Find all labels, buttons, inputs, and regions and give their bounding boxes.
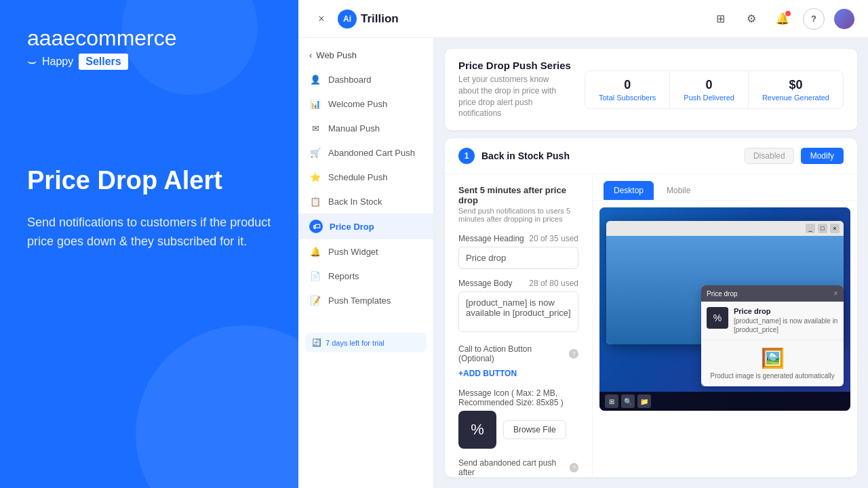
icon-preview: % — [458, 411, 496, 449]
push-card-title: Back in Stock Push — [481, 150, 738, 161]
avatar[interactable] — [834, 9, 854, 29]
metric-push-delivered: 0 Push Delivered — [670, 71, 749, 108]
back-arrow-icon: ‹ — [309, 50, 312, 60]
push-card: 1 Back in Stock Push Disabled Modify Sen… — [445, 138, 857, 477]
taskbar: ⊞ 🔍 📁 — [599, 392, 850, 411]
cart-timing-group: Send abandoned cart push after ? 5 Minut… — [458, 458, 578, 477]
cta-label: Call to Action Button (Optional) ? — [458, 344, 578, 363]
sidebar-item-dashboard[interactable]: 👤 Dashboard — [298, 67, 433, 92]
push-card-header: 1 Back in Stock Push Disabled Modify — [445, 138, 857, 174]
sidebar-back-button[interactable]: ‹ Web Push — [298, 43, 433, 67]
taskbar-explorer-icon: 📁 — [637, 394, 651, 408]
win-maximize-icon: □ — [818, 224, 827, 233]
sidebar-item-schedule-push[interactable]: ⭐ Schedule Push — [298, 165, 433, 189]
sidebar-item-push-templates[interactable]: 📝 Push Templates — [298, 288, 433, 312]
push-number: 1 — [458, 148, 475, 164]
notification-popup: Price drop × % Price drop [product_name]… — [701, 285, 844, 386]
preview-tabs: Desktop Mobile — [593, 174, 857, 201]
star-icon: ⭐ — [309, 171, 321, 183]
chart-icon: 📊 — [309, 98, 321, 110]
brand-logo: aaaecommerce ⌣ Happy Sellers — [27, 27, 271, 70]
cart-timing-label: Send abandoned cart push after ? — [458, 458, 578, 477]
form-section: Sent 5 minutes after price drop Send pus… — [445, 174, 593, 477]
settings-icon[interactable]: ⚙ — [741, 8, 762, 30]
feature-description: Send notifications to customers if the p… — [27, 213, 271, 252]
logo-text: Trillion — [361, 12, 399, 26]
disabled-badge[interactable]: Disabled — [745, 148, 794, 164]
taskbar-start-icon: ⊞ — [605, 394, 618, 408]
reports-icon: 📄 — [309, 270, 321, 282]
add-button[interactable]: +ADD BUTTON — [458, 369, 517, 378]
cta-group: Call to Action Button (Optional) ? +ADD … — [458, 344, 578, 379]
templates-icon: 📝 — [309, 294, 321, 306]
message-body-label: Message Body 28 of 80 used — [458, 279, 578, 288]
mail-icon: ✉ — [309, 122, 321, 134]
notification-icon: % — [707, 307, 728, 329]
message-heading-group: Message Heading 20 of 35 used — [458, 234, 578, 269]
brand-tagline: ⌣ Happy Sellers — [27, 53, 271, 70]
sidebar: ‹ Web Push 👤 Dashboard 📊 Welcome Push ✉ … — [298, 38, 434, 488]
win-close-icon: × — [830, 224, 840, 233]
notification-body: % Price drop [product_name] is now avail… — [701, 302, 844, 340]
metric-total-subscribers: 0 Total Subscribers — [585, 71, 670, 108]
left-panel: aaaecommerce ⌣ Happy Sellers Price Drop … — [0, 0, 298, 488]
message-body-group: Message Body 28 of 80 used — [458, 279, 578, 335]
notification-badge — [785, 11, 791, 16]
stats-metrics: 0 Total Subscribers 0 Push Delivered $0 … — [585, 70, 844, 109]
app-logo: Ai Trillion — [338, 9, 399, 28]
icon-upload: % Browse File — [458, 411, 578, 449]
bell-icon[interactable]: 🔔 — [772, 8, 793, 30]
notification-message: [product_name] is now available in [prod… — [734, 317, 838, 334]
notification-text: Price drop [product_name] is now availab… — [734, 307, 838, 334]
notification-close-icon[interactable]: × — [833, 289, 838, 298]
notification-header: Price drop × — [701, 285, 844, 302]
grid-icon[interactable]: ⊞ — [709, 8, 731, 30]
push-card-body: Sent 5 minutes after price drop Send pus… — [445, 174, 857, 477]
push-timing: Sent 5 minutes after price drop — [458, 185, 578, 205]
sidebar-item-manual-push[interactable]: ✉ Manual Push — [298, 116, 433, 140]
main-content: ‹ Web Push 👤 Dashboard 📊 Welcome Push ✉ … — [298, 38, 868, 488]
tag-icon: 🏷 — [309, 220, 323, 233]
message-body-input[interactable] — [458, 291, 578, 332]
product-image-area: 🖼️ Product image is generated automatica… — [701, 340, 844, 386]
close-button[interactable]: × — [312, 9, 331, 28]
preview-screen: _ □ × Price drop — [599, 207, 850, 411]
desktop-background: _ □ × Price drop — [599, 207, 850, 411]
cart-icon: 🛒 — [309, 146, 321, 159]
feature-title: Price Drop Alert — [27, 165, 271, 197]
sidebar-item-reports[interactable]: 📄 Reports — [298, 264, 433, 288]
dashboard-icon: 👤 — [309, 73, 321, 85]
bell-sidebar-icon: 🔔 — [309, 245, 321, 258]
sidebar-item-price-drop[interactable]: 🏷 Price Drop — [298, 214, 433, 239]
logo-icon: Ai — [338, 9, 357, 28]
sidebar-item-welcome-push[interactable]: 📊 Welcome Push — [298, 92, 433, 116]
window-titlebar: _ □ × — [606, 221, 844, 236]
brand-name: aaaecommerce — [27, 27, 271, 49]
help-icon[interactable]: ? — [803, 8, 825, 30]
product-image-icon: 🖼️ — [708, 347, 837, 369]
stats-title: Price Drop Push Series — [458, 60, 571, 71]
modify-button[interactable]: Modify — [801, 148, 844, 164]
tab-desktop[interactable]: Desktop — [604, 181, 654, 200]
taskbar-search-icon: 🔍 — [621, 394, 635, 408]
browse-file-button[interactable]: Browse File — [503, 420, 566, 439]
sidebar-item-abandoned-cart[interactable]: 🛒 Abandoned Cart Push — [298, 140, 433, 165]
clipboard-icon: 📋 — [309, 195, 321, 207]
tab-mobile[interactable]: Mobile — [656, 181, 701, 200]
sidebar-item-push-widget[interactable]: 🔔 Push Widget — [298, 239, 433, 264]
app-bar: × Ai Trillion ⊞ ⚙ 🔔 ? — [298, 0, 868, 38]
win-minimize-icon: _ — [806, 224, 815, 233]
message-heading-input[interactable] — [458, 247, 578, 269]
sidebar-item-back-in-stock[interactable]: 📋 Back In Stock — [298, 189, 433, 214]
right-panel: × Ai Trillion ⊞ ⚙ 🔔 ? ‹ Web Push 👤 — [298, 0, 868, 488]
icon-group: Message Icon ( Max: 2 MB, Recommended Si… — [458, 388, 578, 449]
cart-help-icon[interactable]: ? — [570, 463, 578, 472]
metric-revenue: $0 Revenue Generated — [749, 71, 843, 108]
trial-banner[interactable]: 🔄 7 days left for trial — [305, 333, 427, 352]
cta-help-icon[interactable]: ? — [569, 349, 578, 359]
trial-icon: 🔄 — [312, 338, 321, 347]
product-image-text: Product image is generated automatically — [708, 372, 837, 380]
app-bar-icons: ⊞ ⚙ 🔔 ? — [709, 8, 854, 30]
notification-title: Price drop — [734, 307, 838, 315]
preview-section: Desktop Mobile _ □ × — [593, 174, 857, 477]
